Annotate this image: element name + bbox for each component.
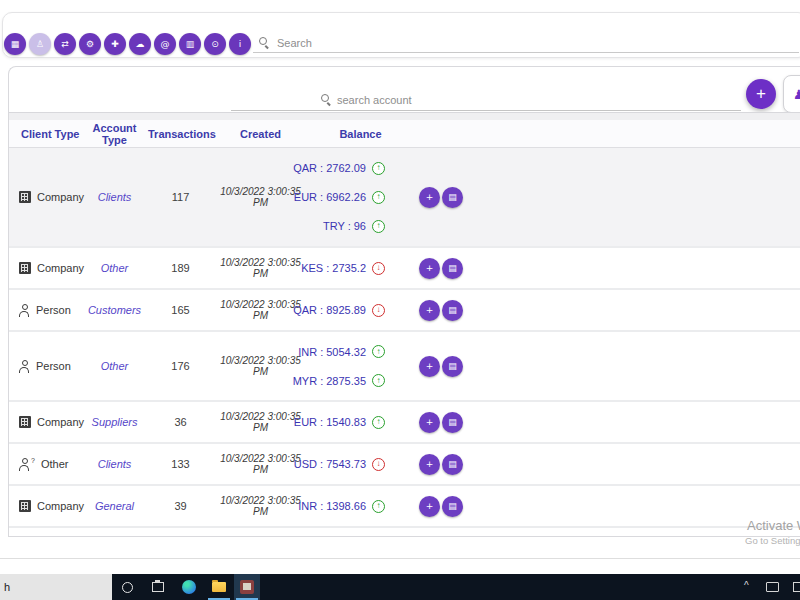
account-details-button[interactable]: ▤ — [442, 356, 463, 377]
edge-button[interactable] — [176, 574, 202, 600]
company-icon — [19, 191, 31, 203]
storage-button[interactable]: ▥ — [179, 33, 201, 55]
transfers-button[interactable]: ⇄ — [54, 33, 76, 55]
balance-line: INR : 1398.66↑ — [308, 500, 385, 513]
dashboard-button[interactable]: ▦ — [4, 33, 26, 55]
plus-icon: + — [426, 502, 434, 511]
cortana-icon — [122, 582, 133, 593]
tray-show-hidden-icons[interactable]: ^ — [744, 580, 749, 591]
account-type-link[interactable]: Other — [101, 262, 129, 274]
created-timestamp: 10/3/2022 3:00:35 PM — [213, 495, 308, 517]
balance-cell: EUR : 1540.83↑ — [308, 416, 413, 429]
profile-button[interactable]: ♙ — [29, 33, 51, 55]
client-type-cell: Person — [19, 304, 81, 317]
balance-value: QAR : 8925.89 — [293, 304, 366, 316]
add-transaction-button[interactable]: + — [419, 454, 440, 475]
column-header-client-type: Client Type — [19, 128, 81, 140]
account-type-link[interactable]: Clients — [98, 458, 132, 470]
account-row: CompanyClients11710/3/2022 3:00:35 PMQAR… — [9, 148, 800, 248]
account-type-cell: Suppliers — [81, 416, 148, 428]
transactions-count: 176 — [148, 360, 213, 372]
add-account-button[interactable]: + — [746, 79, 776, 109]
toolbar-buttons: ▦♙⇄⚙✚☁@▥⊙i — [4, 33, 251, 55]
cortana-button[interactable] — [114, 574, 140, 600]
account-type-cell: Clients — [81, 191, 148, 203]
cloud-sync-button[interactable]: ☁ — [129, 33, 151, 55]
app-icon — [240, 580, 254, 594]
accounts-table-header: Client TypeAccount TypeTransactionsCreat… — [9, 120, 800, 148]
add-transaction-button[interactable]: + — [419, 496, 440, 517]
add-transaction-button[interactable]: + — [419, 356, 440, 377]
question-mark: ? — [31, 457, 35, 464]
bottom-hairline — [0, 558, 800, 559]
balance-cell: USD : 7543.73↓ — [308, 458, 413, 471]
account-row: CompanySuppliers3610/3/2022 3:00:35 PMEU… — [9, 402, 800, 444]
add-transaction-button[interactable]: + — [419, 187, 440, 208]
account-type-link[interactable]: Other — [101, 360, 129, 372]
task-view-button[interactable] — [145, 574, 171, 600]
account-type-link[interactable]: Suppliers — [92, 416, 138, 428]
add-transaction-button[interactable]: + — [419, 300, 440, 321]
client-type-label: Person — [36, 360, 71, 372]
account-type-cell: Other — [81, 360, 148, 372]
trend-up-icon: ↑ — [372, 500, 385, 513]
taskbar-search-text: h — [4, 581, 10, 593]
account-type-cell: Other — [81, 262, 148, 274]
power-button[interactable]: ⊙ — [204, 33, 226, 55]
go-to-settings-watermark: Go to Setting — [745, 535, 800, 546]
card-icon: ▤ — [448, 193, 457, 202]
search-icon — [321, 94, 332, 105]
account-type-link[interactable]: Clients — [98, 191, 132, 203]
balance-line: MYR : 2875.35↑ — [308, 374, 385, 387]
trend-up-icon: ↑ — [372, 220, 385, 233]
task-view-icon — [152, 582, 164, 592]
account-row: PersonCustomers16510/3/2022 3:00:35 PMQA… — [9, 290, 800, 332]
row-actions-cell: +▤ — [413, 300, 478, 321]
tray-display-icon[interactable] — [766, 582, 779, 592]
company-icon — [19, 500, 31, 512]
info-button[interactable]: i — [229, 33, 251, 55]
account-details-button[interactable]: ▤ — [442, 187, 463, 208]
settings-icon: ⚙ — [86, 40, 94, 49]
created-timestamp: 10/3/2022 3:00:35 PM — [213, 257, 308, 279]
activate-windows-watermark: Activate W — [747, 518, 800, 533]
search-icon — [259, 37, 270, 48]
company-icon — [19, 416, 31, 428]
add-record-button[interactable]: ✚ — [104, 33, 126, 55]
balance-line: EUR : 6962.26↑ — [308, 191, 385, 204]
active-app-button[interactable] — [234, 574, 260, 600]
power-icon: ⊙ — [211, 40, 219, 49]
transactions-count: 189 — [148, 262, 213, 274]
client-type-cell: Person — [19, 360, 81, 373]
account-details-button[interactable]: ▤ — [442, 412, 463, 433]
global-search-input[interactable]: Search — [253, 33, 799, 53]
account-type-link[interactable]: General — [95, 500, 134, 512]
balance-value: EUR : 6962.26 — [294, 191, 366, 203]
account-details-button[interactable]: ▤ — [442, 496, 463, 517]
settings-button[interactable]: ⚙ — [79, 33, 101, 55]
account-row: CompanyGeneral3910/3/2022 3:00:35 PMINR … — [9, 486, 800, 528]
person-icon — [19, 304, 30, 317]
card-icon: ▤ — [448, 362, 457, 371]
file-explorer-button[interactable] — [206, 574, 232, 600]
tray-partial-icon[interactable] — [793, 582, 800, 592]
account-details-button[interactable]: ▤ — [442, 454, 463, 475]
account-search-input[interactable]: search account — [231, 89, 741, 111]
balance-value: TRY : 96 — [323, 220, 366, 232]
row-actions-cell: +▤ — [413, 454, 478, 475]
windows-taskbar: h ^ — [0, 574, 800, 600]
accounts-side-button[interactable]: ♟ — [783, 75, 800, 113]
trend-down-icon: ↓ — [372, 262, 385, 275]
top-toolbar: ▦♙⇄⚙✚☁@▥⊙i Search — [2, 12, 800, 58]
balance-line: USD : 7543.73↓ — [308, 458, 385, 471]
add-transaction-button[interactable]: + — [419, 258, 440, 279]
taskbar-search-box[interactable]: h — [0, 574, 112, 600]
account-details-button[interactable]: ▤ — [442, 258, 463, 279]
trend-up-icon: ↑ — [372, 345, 385, 358]
add-transaction-button[interactable]: + — [419, 412, 440, 433]
account-type-cell: Customers — [81, 304, 148, 316]
account-details-button[interactable]: ▤ — [442, 300, 463, 321]
account-type-link[interactable]: Customers — [88, 304, 141, 316]
contacts-button[interactable]: @ — [154, 33, 176, 55]
account-search-placeholder: search account — [337, 94, 412, 106]
